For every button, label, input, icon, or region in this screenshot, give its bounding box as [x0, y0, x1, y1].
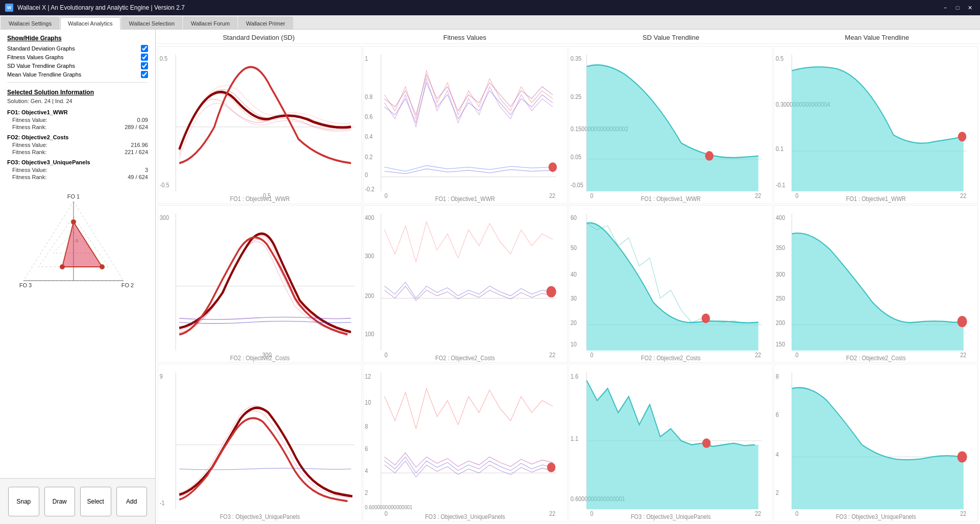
radar-fo3-label: FO 3 — [19, 282, 32, 288]
tab-wallacei-selection[interactable]: Wallacei Selection — [121, 17, 182, 29]
svg-text:150: 150 — [775, 340, 785, 348]
fo3-section: FO3: Objective3_UniquePanels Fitness Val… — [7, 159, 148, 180]
solution-section: Selected Solution Information Solution: … — [7, 89, 148, 104]
svg-point-52 — [547, 286, 556, 297]
show-hide-title: Show/Hide Graphs — [7, 35, 148, 42]
svg-text:0: 0 — [365, 171, 368, 179]
svg-text:0.35: 0.35 — [570, 55, 581, 63]
graph-option-mvtl-checkbox[interactable] — [141, 71, 148, 78]
svg-text:1.6: 1.6 — [570, 373, 578, 381]
fo2-fitness-value-label: Fitness Value: — [12, 142, 47, 148]
select-button[interactable]: Select — [80, 487, 111, 516]
svg-text:0: 0 — [795, 351, 798, 359]
fo3-fitness-value-label: Fitness Value: — [12, 167, 47, 173]
fo1-section: FO1: Objective1_WWR Fitness Value: 0.09 … — [7, 109, 148, 130]
tab-wallacei-forum[interactable]: Wallacei Forum — [183, 17, 237, 29]
chart-sd-fo3: 9 -1 FO3 : Objective3_UniquePanels — [158, 364, 362, 522]
chart-headers: Standard Deviation (SD) Fitness Values S… — [156, 30, 980, 44]
fo2-fitness-value-row: Fitness Value: 216.96 — [7, 142, 148, 148]
app-icon: W — [5, 4, 13, 12]
svg-text:0: 0 — [590, 351, 593, 359]
fo3-fitness-rank-label: Fitness Rank: — [12, 174, 46, 180]
svg-text:22: 22 — [960, 351, 966, 359]
fo1-fitness-value-row: Fitness Value: 0.09 — [7, 117, 148, 123]
chart-sd-fo2: 300 FO2 : Objective2_Costs 300 — [158, 205, 362, 363]
tab-wallacei-settings[interactable]: Wallacei Settings — [1, 17, 59, 29]
maximize-button[interactable]: □ — [952, 3, 963, 13]
svg-text:FO1 : Objective1_WWR: FO1 : Objective1_WWR — [435, 195, 495, 203]
fo1-fitness-rank-label: Fitness Rank: — [12, 124, 46, 130]
chart-mvtl-fo1: 0.5 0.3000000000000004 0.1 -0.1 FO1 : Ob… — [774, 46, 978, 204]
radar-fo2-label: FO 2 — [121, 282, 134, 288]
add-button[interactable]: Add — [116, 487, 148, 516]
svg-text:0.6000000000000001: 0.6000000000000001 — [365, 505, 413, 511]
svg-text:22: 22 — [754, 510, 761, 517]
fo2-fitness-rank-label: Fitness Rank: — [12, 149, 46, 155]
left-panel: Show/Hide Graphs Standard Deviation Grap… — [0, 30, 156, 524]
svg-text:50: 50 — [570, 244, 577, 252]
minimize-button[interactable]: − — [940, 3, 950, 13]
svg-text:FO3 : Objective3_UniquePanels: FO3 : Objective3_UniquePanels — [630, 513, 710, 521]
right-content: Standard Deviation (SD) Fitness Values S… — [156, 30, 980, 524]
graph-option-fv-checkbox[interactable] — [141, 54, 148, 61]
window-controls[interactable]: − □ ✕ — [940, 3, 975, 13]
chart-header-sd: Standard Deviation (SD) — [156, 34, 362, 41]
svg-text:350: 350 — [775, 244, 785, 252]
svg-text:4: 4 — [775, 451, 778, 459]
svg-text:22: 22 — [549, 510, 555, 517]
radar-svg: FO 1 FO 2 FO 3 0 — [16, 191, 139, 304]
graph-option-sd-checkbox[interactable] — [141, 45, 148, 52]
tab-wallacei-analytics[interactable]: Wallacei Analytics — [60, 17, 120, 30]
fo1-title: FO1: Objective1_WWR — [7, 109, 148, 115]
svg-text:22: 22 — [549, 351, 555, 359]
close-button[interactable]: ✕ — [965, 3, 975, 13]
svg-text:-0.05: -0.05 — [570, 181, 583, 189]
graph-option-sdtl-checkbox[interactable] — [141, 62, 148, 69]
divider-1 — [7, 82, 148, 83]
svg-text:0: 0 — [590, 510, 593, 517]
svg-text:22: 22 — [549, 192, 555, 199]
svg-text:22: 22 — [960, 510, 966, 517]
chart-header-fv: Fitness Values — [362, 34, 568, 41]
svg-text:300: 300 — [160, 214, 169, 221]
chart-sd-fo1: 0.5 -0.5 FO1 : Objective1_ — [158, 46, 362, 204]
svg-text:0.6: 0.6 — [365, 113, 373, 120]
snap-button[interactable]: Snap — [8, 487, 39, 516]
fo3-fitness-rank-row: Fitness Rank: 49 / 624 — [7, 174, 148, 180]
tab-wallacei-primer[interactable]: Wallacei Primer — [238, 17, 293, 29]
svg-text:FO1 : Objective1_WWR: FO1 : Objective1_WWR — [641, 195, 700, 203]
svg-text:60: 60 — [570, 214, 577, 221]
svg-text:4: 4 — [365, 467, 368, 475]
svg-text:0: 0 — [384, 510, 387, 517]
svg-text:0: 0 — [590, 192, 593, 199]
svg-text:0.4: 0.4 — [365, 133, 373, 141]
chart-sdtl-fo2: 60 50 40 30 20 10 FO2 : Object — [569, 205, 773, 363]
chart-header-sdtl: SD Value Trendline — [568, 34, 774, 41]
svg-text:12: 12 — [365, 373, 371, 381]
svg-text:2: 2 — [365, 489, 368, 496]
svg-point-27 — [705, 151, 713, 161]
graph-option-sd: Standard Deviation Graphs — [7, 45, 148, 52]
svg-point-103 — [702, 438, 710, 448]
fo3-fitness-value: 3 — [145, 167, 148, 173]
svg-point-93 — [547, 463, 555, 472]
graph-option-sd-label: Standard Deviation Graphs — [7, 45, 141, 52]
charts-area: 0.5 -0.5 FO1 : Objective1_ — [156, 44, 980, 524]
graph-option-mvtl-label: Mean Value Trendline Graphs — [7, 71, 141, 78]
svg-text:400: 400 — [775, 214, 785, 221]
svg-text:9: 9 — [160, 373, 163, 381]
chart-fv-fo1: 1 0.8 0.6 0.4 0.2 0 -0.2 — [363, 46, 567, 204]
svg-text:300: 300 — [365, 252, 375, 259]
svg-point-113 — [957, 452, 967, 463]
window-title: Wallacei X | An Evolutionary and Analyti… — [17, 4, 185, 11]
svg-text:300: 300 — [775, 270, 785, 278]
radar-dot-fo3 — [60, 264, 65, 269]
fo2-fitness-rank: 221 / 624 — [125, 149, 148, 155]
svg-text:22: 22 — [754, 351, 761, 359]
bottom-buttons: Snap Draw Select Add — [0, 478, 155, 524]
svg-text:10: 10 — [570, 340, 577, 348]
fo1-fitness-value-label: Fitness Value: — [12, 117, 47, 123]
svg-text:0.5: 0.5 — [263, 192, 271, 199]
draw-button[interactable]: Draw — [44, 487, 76, 516]
svg-point-16 — [549, 162, 557, 172]
